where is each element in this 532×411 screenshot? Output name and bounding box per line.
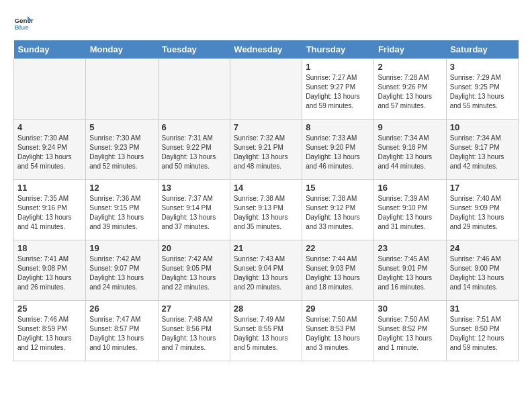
day-detail: Sunrise: 7:37 AM Sunset: 9:14 PM Dayligh… [162,194,226,232]
day-detail: Sunrise: 7:30 AM Sunset: 9:24 PM Dayligh… [17,134,82,171]
day-header-monday: Monday [86,40,158,59]
day-detail: Sunrise: 7:42 AM Sunset: 9:05 PM Dayligh… [162,255,226,292]
day-cell: 25Sunrise: 7:46 AM Sunset: 8:59 PM Dayli… [14,301,86,361]
day-detail: Sunrise: 7:46 AM Sunset: 8:59 PM Dayligh… [17,315,82,353]
day-number: 18 [17,243,82,253]
day-number: 5 [89,122,154,132]
day-number: 19 [89,243,154,253]
day-cell [230,59,302,120]
day-header-thursday: Thursday [302,40,374,59]
week-row-3: 11Sunrise: 7:35 AM Sunset: 9:16 PM Dayli… [14,180,519,240]
day-detail: Sunrise: 7:43 AM Sunset: 9:04 PM Dayligh… [234,255,298,292]
day-cell: 17Sunrise: 7:40 AM Sunset: 9:09 PM Dayli… [446,180,518,240]
day-number: 20 [162,243,226,253]
day-detail: Sunrise: 7:39 AM Sunset: 9:10 PM Dayligh… [378,194,442,232]
day-detail: Sunrise: 7:36 AM Sunset: 9:15 PM Dayligh… [89,194,154,232]
day-number: 15 [306,183,370,193]
day-detail: Sunrise: 7:48 AM Sunset: 8:56 PM Dayligh… [162,315,226,353]
week-row-4: 18Sunrise: 7:41 AM Sunset: 9:08 PM Dayli… [14,240,519,301]
day-cell: 5Sunrise: 7:30 AM Sunset: 9:23 PM Daylig… [86,120,158,180]
day-cell: 9Sunrise: 7:34 AM Sunset: 9:18 PM Daylig… [374,120,446,180]
day-number: 7 [234,122,298,132]
day-number: 25 [17,304,82,314]
day-cell: 16Sunrise: 7:39 AM Sunset: 9:10 PM Dayli… [374,180,446,240]
day-number: 24 [450,243,515,253]
day-number: 26 [89,304,154,314]
day-detail: Sunrise: 7:42 AM Sunset: 9:07 PM Dayligh… [89,255,154,292]
day-detail: Sunrise: 7:34 AM Sunset: 9:18 PM Dayligh… [378,134,442,171]
svg-text:Blue: Blue [15,24,30,31]
day-cell: 31Sunrise: 7:51 AM Sunset: 8:50 PM Dayli… [446,301,518,361]
day-cell: 18Sunrise: 7:41 AM Sunset: 9:08 PM Dayli… [14,240,86,301]
day-detail: Sunrise: 7:35 AM Sunset: 9:16 PM Dayligh… [17,194,82,232]
day-cell: 27Sunrise: 7:48 AM Sunset: 8:56 PM Dayli… [158,301,230,361]
day-cell: 4Sunrise: 7:30 AM Sunset: 9:24 PM Daylig… [14,120,86,180]
day-header-sunday: Sunday [14,40,86,59]
day-number: 28 [234,304,298,314]
day-cell: 26Sunrise: 7:47 AM Sunset: 8:57 PM Dayli… [86,301,158,361]
day-detail: Sunrise: 7:50 AM Sunset: 8:52 PM Dayligh… [378,315,442,353]
day-number: 22 [306,243,370,253]
day-cell: 15Sunrise: 7:38 AM Sunset: 9:12 PM Dayli… [302,180,374,240]
day-detail: Sunrise: 7:40 AM Sunset: 9:09 PM Dayligh… [450,194,515,232]
day-cell: 2Sunrise: 7:28 AM Sunset: 9:26 PM Daylig… [374,59,446,120]
day-number: 13 [162,183,226,193]
day-cell: 10Sunrise: 7:34 AM Sunset: 9:17 PM Dayli… [446,120,518,180]
day-cell: 13Sunrise: 7:37 AM Sunset: 9:14 PM Dayli… [158,180,230,240]
day-header-friday: Friday [374,40,446,59]
day-cell: 14Sunrise: 7:38 AM Sunset: 9:13 PM Dayli… [230,180,302,240]
day-cell: 1Sunrise: 7:27 AM Sunset: 9:27 PM Daylig… [302,59,374,120]
day-detail: Sunrise: 7:49 AM Sunset: 8:55 PM Dayligh… [234,315,298,353]
day-cell: 8Sunrise: 7:33 AM Sunset: 9:20 PM Daylig… [302,120,374,180]
day-cell: 7Sunrise: 7:32 AM Sunset: 9:21 PM Daylig… [230,120,302,180]
week-row-1: 1Sunrise: 7:27 AM Sunset: 9:27 PM Daylig… [14,59,519,120]
day-cell: 3Sunrise: 7:29 AM Sunset: 9:25 PM Daylig… [446,59,518,120]
day-cell: 24Sunrise: 7:46 AM Sunset: 9:00 PM Dayli… [446,240,518,301]
day-detail: Sunrise: 7:34 AM Sunset: 9:17 PM Dayligh… [450,134,515,171]
day-number: 3 [450,62,515,72]
day-number: 6 [162,122,226,132]
day-detail: Sunrise: 7:27 AM Sunset: 9:27 PM Dayligh… [306,73,370,111]
day-detail: Sunrise: 7:46 AM Sunset: 9:00 PM Dayligh… [450,255,515,292]
day-detail: Sunrise: 7:47 AM Sunset: 8:57 PM Dayligh… [89,315,154,353]
day-number: 8 [306,122,370,132]
day-detail: Sunrise: 7:50 AM Sunset: 8:53 PM Dayligh… [306,315,370,353]
day-detail: Sunrise: 7:38 AM Sunset: 9:13 PM Dayligh… [234,194,298,232]
day-detail: Sunrise: 7:31 AM Sunset: 9:22 PM Dayligh… [162,134,226,171]
day-number: 23 [378,243,442,253]
day-detail: Sunrise: 7:51 AM Sunset: 8:50 PM Dayligh… [450,315,515,353]
day-detail: Sunrise: 7:38 AM Sunset: 9:12 PM Dayligh… [306,194,370,232]
day-detail: Sunrise: 7:44 AM Sunset: 9:03 PM Dayligh… [306,255,370,292]
day-number: 9 [378,122,442,132]
week-row-5: 25Sunrise: 7:46 AM Sunset: 8:59 PM Dayli… [14,301,519,361]
day-detail: Sunrise: 7:45 AM Sunset: 9:01 PM Dayligh… [378,255,442,292]
day-header-wednesday: Wednesday [230,40,302,59]
days-header-row: SundayMondayTuesdayWednesdayThursdayFrid… [14,40,519,59]
day-header-saturday: Saturday [446,40,518,59]
day-cell: 20Sunrise: 7:42 AM Sunset: 9:05 PM Dayli… [158,240,230,301]
calendar-table: SundayMondayTuesdayWednesdayThursdayFrid… [13,40,519,361]
day-detail: Sunrise: 7:30 AM Sunset: 9:23 PM Dayligh… [89,134,154,171]
day-number: 11 [17,183,82,193]
day-detail: Sunrise: 7:28 AM Sunset: 9:26 PM Dayligh… [378,73,442,111]
day-number: 4 [17,122,82,132]
day-number: 10 [450,122,515,132]
day-cell: 21Sunrise: 7:43 AM Sunset: 9:04 PM Dayli… [230,240,302,301]
day-number: 12 [89,183,154,193]
logo-icon: General Blue [13,13,34,34]
day-cell: 22Sunrise: 7:44 AM Sunset: 9:03 PM Dayli… [302,240,374,301]
day-number: 17 [450,183,515,193]
day-cell: 29Sunrise: 7:50 AM Sunset: 8:53 PM Dayli… [302,301,374,361]
day-header-tuesday: Tuesday [158,40,230,59]
day-number: 14 [234,183,298,193]
day-cell: 11Sunrise: 7:35 AM Sunset: 9:16 PM Dayli… [14,180,86,240]
day-detail: Sunrise: 7:32 AM Sunset: 9:21 PM Dayligh… [234,134,298,171]
day-number: 29 [306,304,370,314]
day-detail: Sunrise: 7:33 AM Sunset: 9:20 PM Dayligh… [306,134,370,171]
day-number: 21 [234,243,298,253]
day-number: 31 [450,304,515,314]
logo: General Blue [13,13,34,34]
day-cell [158,59,230,120]
day-cell: 28Sunrise: 7:49 AM Sunset: 8:55 PM Dayli… [230,301,302,361]
day-cell: 12Sunrise: 7:36 AM Sunset: 9:15 PM Dayli… [86,180,158,240]
